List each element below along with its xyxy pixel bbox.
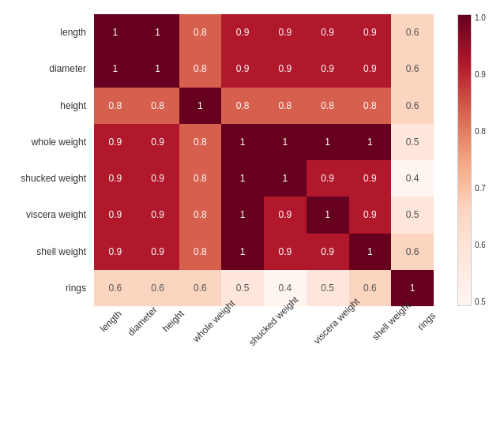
heatmap-cell: 0.5 xyxy=(391,124,434,160)
heatmap-cell: 0.9 xyxy=(349,14,392,51)
heatmap-cell: 0.5 xyxy=(391,197,434,233)
col-label-wrap: whole weight xyxy=(182,308,237,410)
colorbar-tick: 0.8 xyxy=(475,128,486,136)
heatmap-cell: 0.8 xyxy=(264,88,307,124)
heatmap-cell: 0.9 xyxy=(137,160,179,197)
heatmap-cell: 0.9 xyxy=(137,234,179,270)
col-label-wrap: shucked weight xyxy=(237,308,303,410)
heatmap-cell: 1 xyxy=(264,124,307,160)
row-label: diameter xyxy=(7,51,92,87)
heatmap-cell: 0.9 xyxy=(307,51,349,87)
heatmap-cell: 1 xyxy=(221,124,264,160)
heatmap-cell: 1 xyxy=(221,160,264,197)
heatmap-cell: 0.9 xyxy=(307,234,349,270)
heatmap-cell: 1 xyxy=(179,88,222,124)
heatmap-cell: 0.9 xyxy=(94,160,137,197)
heatmap-cell: 0.6 xyxy=(137,270,179,306)
heatmap-cell: 0.9 xyxy=(349,197,392,233)
heatmap-cell: 0.8 xyxy=(179,51,222,87)
col-label: diameter xyxy=(126,304,160,338)
colorbar-tick: 0.5 xyxy=(475,298,486,306)
heatmap-cell: 0.9 xyxy=(307,14,349,51)
heatmap-cell: 0.9 xyxy=(264,234,307,270)
col-label-wrap: viscera weight xyxy=(303,308,363,410)
row-label: shell weight xyxy=(7,234,92,270)
heatmap-cell: 0.9 xyxy=(264,14,307,51)
heatmap-cell: 1 xyxy=(94,51,137,87)
heatmap-cell: 1 xyxy=(349,124,392,160)
heatmap-cell: 0.6 xyxy=(391,51,434,87)
heatmap-cell: 1 xyxy=(307,124,349,160)
heatmap-cell: 0.9 xyxy=(94,234,137,270)
heatmap-cell: 0.6 xyxy=(391,234,434,270)
heatmap-cell: 1 xyxy=(264,160,307,197)
row-label: shucked weight xyxy=(7,160,92,197)
heatmap-cell: 0.9 xyxy=(264,197,307,233)
col-label-wrap: length xyxy=(94,308,120,410)
heatmap-cell: 1 xyxy=(221,197,264,233)
row-label: height xyxy=(7,88,92,124)
heatmap-cell: 0.6 xyxy=(391,14,434,51)
colorbar-tick: 0.9 xyxy=(475,71,486,79)
heatmap-cell: 0.9 xyxy=(349,160,392,197)
colorbar-tick: 1.0 xyxy=(475,14,486,22)
heatmap-cell: 0.4 xyxy=(391,160,434,197)
heatmap-cell: 0.9 xyxy=(264,51,307,87)
heatmap-cell: 0.8 xyxy=(179,14,222,51)
row-label: rings xyxy=(7,270,92,306)
heatmap-cell: 0.8 xyxy=(307,88,349,124)
row-label: viscera weight xyxy=(7,197,92,233)
heatmap-cell: 0.9 xyxy=(137,124,179,160)
heatmap-cell: 0.8 xyxy=(179,124,222,160)
heatmap-cell: 1 xyxy=(391,270,434,306)
heatmap-cell: 0.9 xyxy=(221,51,264,87)
row-label: whole weight xyxy=(7,124,92,160)
col-label-wrap: shell weight xyxy=(363,308,412,410)
colorbar-tick: 0.7 xyxy=(475,185,486,193)
heatmap-cell: 0.5 xyxy=(307,270,349,306)
heatmap-cell: 0.8 xyxy=(179,234,222,270)
heatmap-cell: 0.9 xyxy=(307,160,349,197)
heatmap-cell: 0.9 xyxy=(221,14,264,51)
heatmap-cell: 0.6 xyxy=(391,88,434,124)
heatmap-cell: 0.9 xyxy=(349,51,392,87)
heatmap-cell: 1 xyxy=(137,51,179,87)
heatmap-cell: 1 xyxy=(137,14,179,51)
row-labels: lengthdiameterheightwhole weightshucked … xyxy=(7,14,92,306)
colorbar: 1.00.90.80.70.60.5 xyxy=(457,14,497,306)
heatmap-cell: 0.8 xyxy=(94,88,137,124)
col-label: rings xyxy=(416,310,438,332)
col-label-wrap: diameter xyxy=(120,308,157,410)
heatmap-cell: 1 xyxy=(349,234,392,270)
heatmap-grid: 110.80.90.90.90.90.6110.80.90.90.90.90.6… xyxy=(94,14,434,306)
colorbar-ticks: 1.00.90.80.70.60.5 xyxy=(472,14,486,306)
row-label: length xyxy=(7,14,92,51)
heatmap-cell: 0.9 xyxy=(94,197,137,233)
heatmap-cell: 0.6 xyxy=(179,270,222,306)
col-labels: lengthdiameterheightwhole weightshucked … xyxy=(94,308,434,410)
heatmap-area: 110.80.90.90.90.90.6110.80.90.90.90.90.6… xyxy=(94,14,434,306)
heatmap-cell: 0.8 xyxy=(179,160,222,197)
heatmap-cell: 0.9 xyxy=(94,124,137,160)
heatmap-cell: 0.8 xyxy=(137,88,179,124)
heatmap-cell: 1 xyxy=(307,197,349,233)
chart-container: lengthdiameterheightwhole weightshucked … xyxy=(7,6,497,417)
heatmap-cell: 0.9 xyxy=(137,197,179,233)
col-label-wrap: rings xyxy=(412,308,434,410)
heatmap-cell: 1 xyxy=(221,234,264,270)
col-label-wrap: height xyxy=(156,308,182,410)
heatmap-cell: 1 xyxy=(94,14,137,51)
heatmap-cell: 0.6 xyxy=(94,270,137,306)
colorbar-gradient xyxy=(457,14,472,306)
heatmap-cell: 0.8 xyxy=(349,88,392,124)
heatmap-cell: 0.8 xyxy=(179,197,222,233)
heatmap-cell: 0.8 xyxy=(221,88,264,124)
colorbar-tick: 0.6 xyxy=(475,241,486,249)
